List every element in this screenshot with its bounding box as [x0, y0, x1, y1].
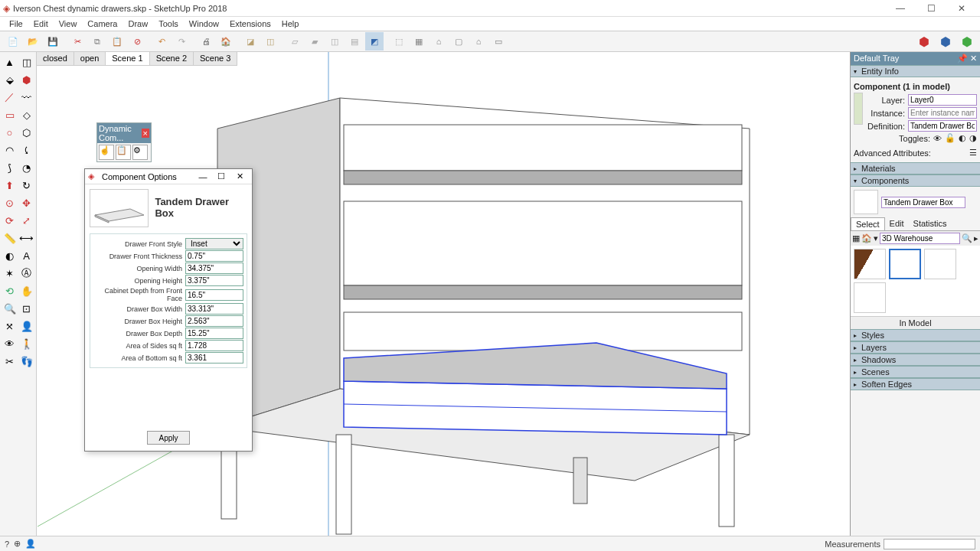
paste-icon[interactable]: 📋	[108, 32, 126, 51]
close-button[interactable]: ✕	[946, 1, 977, 16]
component-name-input[interactable]	[881, 197, 965, 208]
menu-edit[interactable]: Edit	[29, 18, 53, 29]
drawer-box-depth-input[interactable]	[185, 328, 243, 339]
menu-draw[interactable]: Draw	[123, 18, 152, 29]
style1-icon[interactable]: ▱	[286, 32, 304, 51]
menu-view[interactable]: View	[54, 18, 82, 29]
open-icon[interactable]: 📂	[24, 32, 42, 51]
minimize-button[interactable]: —	[885, 1, 916, 16]
redo-icon[interactable]: ↷	[172, 32, 191, 51]
zoomall-tool[interactable]: ⤧	[2, 318, 18, 334]
scene-tab-3[interactable]: Scene 3	[194, 52, 237, 65]
tray-pin-icon[interactable]: 📌 ✕	[957, 54, 977, 64]
measurements-input[interactable]	[884, 539, 975, 549]
style5-icon[interactable]: ◩	[365, 32, 384, 51]
copy-icon[interactable]: ⧉	[88, 32, 106, 51]
pan-tool[interactable]: ✋	[18, 282, 34, 299]
eraser-tool[interactable]: ⬙	[2, 71, 18, 88]
scale-tool[interactable]: ⤢	[18, 212, 34, 229]
entity-info-header[interactable]: Entity Info	[861, 67, 899, 76]
components-tab-select[interactable]: Select	[851, 217, 885, 230]
layers-header[interactable]: Layers	[861, 343, 887, 352]
zoomwindow-tool[interactable]: ⊡	[18, 300, 34, 317]
rotate-tool[interactable]: ⟳	[2, 212, 18, 229]
delete-icon[interactable]: ⊘	[128, 32, 146, 51]
select-tool[interactable]: ▲	[2, 54, 18, 70]
section-tool[interactable]: ✂	[2, 353, 18, 370]
walk-tool[interactable]: 🚶	[18, 335, 34, 352]
menu-tools[interactable]: Tools	[154, 18, 183, 29]
dimension-tool[interactable]: ⟷	[18, 230, 34, 246]
view2-icon[interactable]: ▦	[410, 32, 428, 51]
drawer-front-style-select[interactable]: Inset	[185, 238, 243, 249]
cabinet-depth-input[interactable]	[185, 289, 243, 301]
layer-select[interactable]	[908, 94, 977, 106]
protractor-tool[interactable]: ◐	[2, 247, 18, 264]
zoom-tool[interactable]: 🔍	[2, 300, 18, 317]
view6-icon[interactable]: ▭	[489, 32, 508, 51]
axes-blue-icon[interactable]: ⬢	[936, 32, 955, 51]
line-tool[interactable]: ／	[2, 89, 18, 106]
style4-icon[interactable]: ▤	[345, 32, 364, 51]
components-header[interactable]: Components	[861, 176, 909, 185]
walk2-tool[interactable]: 👣	[18, 353, 34, 370]
soften-header[interactable]: Soften Edges	[861, 380, 912, 389]
paint-tool[interactable]: ⬢	[18, 71, 34, 88]
axes-green-icon[interactable]: ⬢	[958, 32, 976, 51]
viewport[interactable]: closed open Scene 1 Scene 2 Scene 3	[37, 52, 850, 536]
pie-tool[interactable]: ◔	[18, 159, 34, 176]
components-tab-stats[interactable]: Statistics	[909, 217, 952, 230]
circle-tool[interactable]: ○	[2, 124, 18, 141]
solid2-icon[interactable]: ◫	[261, 32, 279, 51]
scene-tab-closed[interactable]: closed	[37, 52, 74, 65]
styles-header[interactable]: Styles	[861, 331, 884, 340]
scene-tab-1[interactable]: Scene 1	[106, 52, 149, 65]
component-item[interactable]	[924, 249, 956, 279]
drawer-box-height-input[interactable]	[185, 315, 243, 327]
instance-input[interactable]	[908, 107, 977, 119]
move-tool[interactable]: ✥	[18, 194, 34, 211]
scene-tab-open[interactable]: open	[74, 52, 106, 65]
freehand-tool[interactable]: 〰	[18, 89, 34, 106]
dynamic-components-palette[interactable]: Dynamic Com... × ☝ 📋 ⚙	[96, 122, 152, 162]
toggle-cast-icon[interactable]: ◑	[969, 133, 977, 143]
dialog-minimize-button[interactable]: —	[194, 172, 212, 181]
3dtext-tool[interactable]: Ⓐ	[18, 265, 34, 282]
style3-icon[interactable]: ◫	[325, 32, 344, 51]
cut-icon[interactable]: ✂	[68, 32, 87, 51]
view4-icon[interactable]: ▢	[449, 32, 468, 51]
definition-input[interactable]	[908, 120, 977, 132]
position-tool[interactable]: 👤	[18, 318, 34, 334]
view1-icon[interactable]: ⬚	[390, 32, 408, 51]
menu-extensions[interactable]: Extensions	[225, 18, 276, 29]
geo-icon[interactable]: ⊕	[14, 539, 21, 549]
maximize-button[interactable]: ☐	[916, 1, 946, 16]
dc-options-icon[interactable]: 📋	[116, 145, 131, 160]
list-icon[interactable]: ▦	[852, 233, 860, 243]
component-item-selected[interactable]	[889, 249, 921, 279]
toggle-shadow-icon[interactable]: ◐	[959, 133, 966, 143]
solid1-icon[interactable]: ◪	[241, 32, 260, 51]
drawer-front-thickness-input[interactable]	[185, 250, 243, 262]
follow-tool[interactable]: ↻	[18, 177, 34, 194]
rotrect-tool[interactable]: ◇	[18, 106, 34, 123]
component-item[interactable]	[854, 249, 886, 279]
view3-icon[interactable]: ⌂	[430, 32, 448, 51]
component-item[interactable]	[854, 282, 886, 313]
menu-camera[interactable]: Camera	[83, 18, 122, 29]
polygon-tool[interactable]: ⬡	[18, 124, 34, 141]
dc-interact-icon[interactable]: ☝	[99, 145, 114, 160]
person-icon[interactable]: 👤	[25, 539, 36, 549]
axes-red-icon[interactable]: ⬢	[915, 32, 933, 51]
home-icon[interactable]: 🏠	[861, 233, 872, 243]
toggle-visible-icon[interactable]: 👁	[933, 134, 942, 143]
menu-file[interactable]: File	[5, 18, 28, 29]
toggle-lock-icon[interactable]: 🔓	[945, 133, 956, 143]
menu-help[interactable]: Help	[277, 18, 304, 29]
offset-tool[interactable]: ⊙	[2, 194, 18, 211]
area-sides-input[interactable]	[185, 340, 243, 351]
arc-tool[interactable]: ◠	[2, 142, 18, 158]
menu-window[interactable]: Window	[185, 18, 224, 29]
print-icon[interactable]: 🖨	[197, 32, 215, 51]
view5-icon[interactable]: ⌂	[469, 32, 488, 51]
